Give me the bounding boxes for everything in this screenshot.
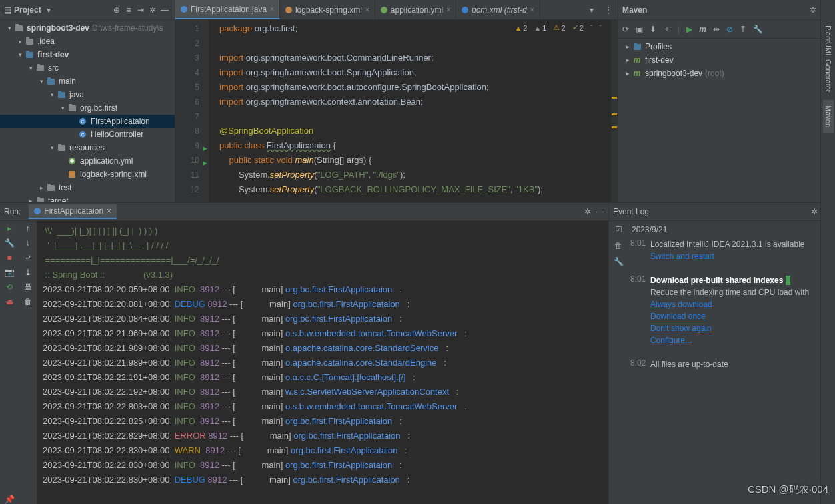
- close-icon[interactable]: ×: [530, 6, 534, 13]
- wrench-icon[interactable]: 🔧: [753, 25, 763, 34]
- download-icon[interactable]: ⬇: [650, 25, 656, 34]
- stop-icon[interactable]: ■: [7, 253, 11, 262]
- right-tool-bar: PlantUML Generator Maven: [820, 0, 835, 504]
- reload-icon[interactable]: ⟳: [622, 25, 629, 34]
- editor-tab[interactable]: application.yml×: [375, 0, 456, 19]
- tabs-more-icon[interactable]: ▾: [584, 5, 599, 15]
- trash-icon[interactable]: 🗑: [24, 297, 32, 306]
- collapse-icon[interactable]: ⇥: [135, 5, 147, 15]
- hide-icon[interactable]: —: [159, 5, 171, 15]
- event-link[interactable]: Don't show again: [650, 322, 712, 334]
- event-link[interactable]: Configure...: [650, 334, 692, 346]
- restart-icon[interactable]: ⟲: [6, 282, 13, 292]
- toggle-icon[interactable]: ⇹: [713, 25, 720, 34]
- run-tab[interactable]: FirstApplicataion ×: [29, 204, 117, 219]
- tree-item[interactable]: ▾src: [0, 61, 175, 75]
- run-settings-icon[interactable]: ✲: [584, 207, 591, 216]
- watermark: CSDN @码农·004: [748, 483, 828, 496]
- down-icon[interactable]: ↓: [26, 238, 30, 248]
- add-icon[interactable]: ＋: [663, 23, 671, 35]
- exit-icon[interactable]: ⏏: [6, 297, 13, 306]
- maven-panel: Maven ✲ — ⟳ ▣ ⬇ ＋ | ▶ m ⇹ ⊘ ⤒ 🔧 ▸Profile…: [618, 0, 835, 202]
- clear-icon[interactable]: 🗑: [614, 241, 622, 250]
- skip-icon[interactable]: ⊘: [726, 25, 733, 34]
- generate-icon[interactable]: ▣: [636, 25, 643, 34]
- tree-item[interactable]: CFirstApplicataion: [0, 115, 175, 128]
- maven-item[interactable]: ▸Profiles: [618, 40, 835, 53]
- project-tree[interactable]: ▾springboot3-devD:\ws-frame-study\s▸.ide…: [0, 20, 175, 202]
- project-header: ▤ Project ▾ ⊕ ≡ ⇥ ✲ —: [0, 0, 175, 20]
- run-tools-left: ▸ 🔧 ■ 📷 ⟲ ⏏ 📌: [0, 221, 19, 504]
- editor-tabs: FirstApplicataion.java×logback-spring.xm…: [175, 0, 618, 20]
- print-icon[interactable]: 🖶: [24, 282, 32, 292]
- maven-item[interactable]: ▸mspringboot3-dev (root): [618, 67, 835, 80]
- event-link[interactable]: Always download: [650, 298, 712, 310]
- event-tools: ☑ 🗑 🔧: [609, 221, 628, 504]
- right-tab-maven[interactable]: Maven: [823, 100, 834, 132]
- event-log-panel: Event Log ✲ — ☑ 🗑 🔧 2023/9/21 8:01Locali…: [608, 202, 835, 504]
- scroll-icon[interactable]: ⤓: [25, 268, 31, 277]
- run-header: Run: FirstApplicataion × ✲ —: [0, 202, 608, 221]
- tree-item[interactable]: ▾first-dev: [0, 48, 175, 61]
- run-tab-label: FirstApplicataion: [44, 206, 103, 216]
- gutter: 123456789▶10▶1112: [175, 20, 209, 202]
- tree-item[interactable]: ⬢application.yml: [0, 154, 175, 168]
- tree-item[interactable]: ▾main: [0, 75, 175, 88]
- wrap-icon[interactable]: ⤶: [25, 253, 31, 262]
- editor-area: FirstApplicataion.java×logback-spring.xm…: [175, 0, 618, 202]
- project-dropdown-icon[interactable]: ▾: [47, 5, 51, 15]
- project-title: Project: [14, 5, 41, 15]
- rerun-icon[interactable]: ▸: [7, 224, 11, 233]
- tree-item[interactable]: ▾org.bc.first: [0, 101, 175, 115]
- right-tab-plantuml[interactable]: PlantUML Generator: [823, 20, 834, 97]
- editor-tab[interactable]: FirstApplicataion.java×: [175, 0, 280, 19]
- wrench-icon[interactable]: 🔧: [5, 238, 15, 248]
- run-icon[interactable]: ▶: [686, 25, 692, 34]
- tree-item[interactable]: ▾resources: [0, 141, 175, 154]
- event-settings-icon[interactable]: ✲: [811, 207, 818, 216]
- locate-icon[interactable]: ⊕: [111, 5, 123, 15]
- tree-item[interactable]: ▾java: [0, 88, 175, 101]
- tree-item[interactable]: CHelloController: [0, 128, 175, 141]
- camera-icon[interactable]: 📷: [5, 268, 15, 277]
- close-icon[interactable]: ×: [446, 6, 450, 13]
- settings-icon[interactable]: ✲: [147, 5, 159, 15]
- editor-tab[interactable]: logback-spring.xml×: [280, 0, 375, 19]
- event-wrench-icon[interactable]: 🔧: [614, 257, 624, 266]
- editor-body[interactable]: 123456789▶10▶1112 package org.bc.first;i…: [175, 20, 618, 202]
- tree-item[interactable]: logback-spring.xml: [0, 168, 175, 181]
- maven-settings-icon[interactable]: ✲: [807, 5, 819, 15]
- up-icon[interactable]: ↑: [26, 224, 30, 233]
- tree-item[interactable]: ▸test: [0, 181, 175, 194]
- tree-item[interactable]: ▸.idea: [0, 35, 175, 48]
- event-date: 2023/9/21: [630, 225, 832, 234]
- expand-icon[interactable]: ≡: [123, 5, 135, 15]
- maven-toolbar: ⟳ ▣ ⬇ ＋ | ▶ m ⇹ ⊘ ⤒ 🔧: [618, 20, 835, 39]
- project-panel: ▤ Project ▾ ⊕ ≡ ⇥ ✲ — ▾springboot3-devD:…: [0, 0, 175, 202]
- run-label: Run:: [4, 207, 21, 216]
- close-icon[interactable]: ×: [365, 6, 369, 13]
- pin-icon[interactable]: 📌: [5, 495, 15, 504]
- tree-item[interactable]: ▸target: [0, 194, 175, 202]
- run-tools-right: ↑ ↓ ⤶ ⤓ 🖶 🗑: [19, 221, 37, 504]
- m-icon[interactable]: m: [699, 25, 706, 34]
- code-area[interactable]: package org.bc.first;import org.springfr…: [209, 20, 618, 202]
- close-icon[interactable]: ×: [270, 5, 274, 13]
- editor-tab[interactable]: pom.xml (first-d×: [456, 0, 540, 19]
- mark-read-icon[interactable]: ☑: [615, 225, 622, 234]
- event-link[interactable]: Switch and restart: [650, 250, 714, 262]
- maven-tree[interactable]: ▸Profiles▸mfirst-dev▸mspringboot3-dev (r…: [618, 39, 835, 202]
- collapse-all-icon[interactable]: ⤒: [740, 25, 746, 34]
- tree-item[interactable]: ▾springboot3-devD:\ws-frame-study\s: [0, 21, 175, 35]
- maven-item[interactable]: ▸mfirst-dev: [618, 53, 835, 67]
- folder-icon: ▤: [4, 5, 11, 15]
- console[interactable]: \\/ ___)| |_)| | | | | || (_| | ) ) ) ) …: [37, 221, 608, 504]
- run-hide-icon[interactable]: —: [596, 207, 604, 216]
- error-stripe[interactable]: [611, 20, 618, 202]
- event-list[interactable]: 2023/9/21 8:01Localized IntelliJ IDEA 20…: [628, 221, 835, 504]
- inspection-bar[interactable]: ▲2▲1⚠2✔2ˆˇ: [514, 23, 602, 32]
- event-link[interactable]: Download once: [650, 310, 706, 322]
- tabs-menu-icon[interactable]: ⋮: [599, 5, 618, 15]
- event-log-title: Event Log: [613, 207, 649, 216]
- close-icon[interactable]: ×: [107, 206, 111, 216]
